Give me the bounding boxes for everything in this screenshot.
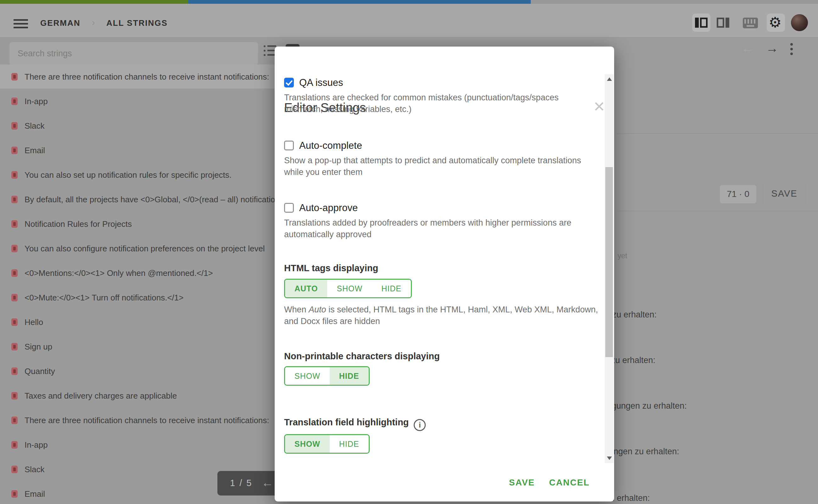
avatar[interactable] — [791, 14, 808, 31]
segment-option-show[interactable]: SHOW — [285, 367, 330, 385]
checkbox-unchecked-icon[interactable] — [284, 141, 294, 150]
scrollbar-thumb[interactable] — [605, 167, 613, 357]
untranslated-status-icon — [11, 417, 18, 424]
untranslated-status-icon — [11, 466, 18, 473]
breadcrumb-section[interactable]: ALL STRINGS — [106, 18, 168, 28]
gear-icon[interactable]: ⚙ — [769, 15, 782, 30]
scroll-down-icon[interactable] — [607, 456, 612, 460]
untranslated-status-icon — [11, 367, 18, 375]
hamburger-menu-icon[interactable] — [14, 19, 28, 29]
string-list-item[interactable]: <0>Mute:</0><1> Turn off notifications.<… — [0, 285, 316, 310]
segmented-control: SHOWHIDE — [284, 434, 370, 454]
checkbox-row[interactable]: Auto-approve — [284, 202, 599, 215]
string-text: Taxes and delivery charges are applicabl… — [25, 391, 177, 401]
string-text: You can also configure notification pref… — [25, 244, 265, 254]
untranslated-status-icon — [11, 147, 18, 154]
modal-cancel-button[interactable]: CANCEL — [549, 478, 590, 488]
string-list-item[interactable]: You can also configure notification pref… — [0, 236, 316, 261]
string-text: There are three notification channels to… — [25, 416, 269, 425]
string-list-item[interactable]: Notification Rules for Projects — [0, 212, 316, 236]
string-text: Quantity — [25, 367, 55, 376]
string-list-item[interactable]: In-app — [0, 433, 316, 457]
untranslated-status-icon — [11, 220, 18, 228]
string-list-item[interactable]: Email — [0, 138, 316, 163]
modal-scrollbar[interactable] — [605, 74, 613, 463]
untranslated-status-icon — [11, 490, 18, 498]
checkbox-label: QA issues — [299, 77, 343, 88]
info-icon[interactable]: i — [414, 419, 426, 431]
checkbox-unchecked-icon[interactable] — [284, 203, 294, 213]
checkbox-row[interactable]: QA issues — [284, 77, 599, 90]
string-text: By default, all the projects have <0>Glo… — [25, 195, 284, 204]
page-indicator: 1 / 5 — [230, 478, 252, 488]
untranslated-status-icon — [11, 392, 18, 400]
scroll-up-icon[interactable] — [607, 77, 612, 81]
section-description: When Auto is selected, HTML tags in the … — [284, 304, 599, 327]
string-list-item[interactable]: There are three notification channels to… — [0, 64, 316, 89]
string-text: Email — [25, 489, 45, 499]
string-list-item[interactable]: Sign up — [0, 334, 316, 359]
segment-option-show[interactable]: SHOW — [327, 280, 372, 297]
right-panel-layout-icon[interactable] — [717, 18, 729, 28]
string-list-item[interactable]: Quantity — [0, 359, 316, 384]
keyboard-shortcuts-icon[interactable] — [743, 18, 758, 28]
checkbox-row[interactable]: Auto-complete — [284, 140, 599, 153]
segment-option-auto[interactable]: AUTO — [285, 280, 327, 297]
string-text: You can also set up notification rules f… — [25, 170, 232, 180]
segmented-control: AUTOSHOWHIDE — [284, 279, 412, 298]
untranslated-status-icon — [11, 73, 18, 81]
segment-option-hide[interactable]: HIDE — [330, 435, 369, 453]
string-list-item[interactable]: You can also set up notification rules f… — [0, 163, 316, 187]
string-text: <0>Mute:</0><1> Turn off notifications.<… — [25, 293, 183, 303]
section-description: Translations are checked for common mist… — [284, 92, 599, 115]
string-text: There are three notification channels to… — [25, 72, 269, 82]
string-text: <0>Mentions:</0><1> Only when @mentioned… — [25, 268, 213, 278]
settings-section-auto-approve: Auto-approveTranslations added by proofr… — [284, 202, 599, 215]
segment-option-show[interactable]: SHOW — [285, 435, 330, 453]
left-panel-layout-icon[interactable] — [695, 18, 708, 28]
segment-option-hide[interactable]: HIDE — [372, 280, 411, 297]
untranslated-status-icon — [11, 171, 18, 179]
string-list-item[interactable]: <0>Mentions:</0><1> Only when @mentioned… — [0, 261, 316, 285]
progress-remaining-segment — [531, 0, 818, 4]
string-text: Slack — [25, 465, 45, 474]
checkbox-checked-icon[interactable] — [284, 78, 294, 87]
breadcrumb-language[interactable]: GERMAN — [40, 18, 81, 28]
search-input[interactable] — [9, 42, 258, 65]
string-list-item[interactable]: Slack — [0, 114, 316, 138]
previous-string-icon[interactable]: ← — [741, 42, 754, 54]
previous-page-icon[interactable]: ← — [261, 476, 273, 490]
untranslated-status-icon — [11, 294, 18, 301]
translation-progress-bar — [0, 0, 818, 4]
string-text: Email — [25, 146, 45, 155]
more-options-icon[interactable] — [790, 43, 793, 57]
string-list-item[interactable]: Hello — [0, 310, 316, 334]
untranslated-status-icon — [11, 98, 18, 105]
string-list-item[interactable]: Taxes and delivery charges are applicabl… — [0, 384, 316, 408]
string-list-item[interactable]: In-app — [0, 89, 316, 114]
progress-translated-segment — [0, 0, 188, 4]
next-string-icon[interactable]: → — [766, 42, 778, 54]
background-text-fragment: yet — [618, 252, 627, 260]
background-text-fragment: zu erhalten: — [611, 356, 655, 365]
translation-context-panel: ← → 71 · 0 SAVE — [617, 37, 818, 504]
string-text: Hello — [25, 317, 43, 327]
section-header: Non-printable characters displaying — [284, 351, 440, 361]
background-text-fragment: u erhalten: — [610, 493, 650, 503]
string-text: Notification Rules for Projects — [25, 219, 132, 229]
progress-approved-segment — [188, 0, 531, 4]
background-text-fragment: zu erhalten: — [612, 310, 657, 320]
top-bar: GERMAN › ALL STRINGS ⚙ — [0, 4, 818, 37]
string-list-item[interactable]: By default, all the projects have <0>Glo… — [0, 187, 316, 212]
string-text: In-app — [25, 440, 48, 450]
section-header: Translation field highlightingi — [284, 417, 426, 431]
editor-settings-modal: Editor Settings × QA issuesTranslations … — [275, 47, 614, 501]
segment-option-hide[interactable]: HIDE — [330, 367, 369, 385]
settings-section-qa-issues: QA issuesTranslations are checked for co… — [284, 77, 599, 90]
string-list-item[interactable]: There are three notification channels to… — [0, 408, 316, 433]
string-text: In-app — [25, 97, 48, 106]
checkbox-label: Auto-complete — [299, 140, 362, 151]
string-text: Sign up — [25, 342, 52, 352]
modal-save-button[interactable]: SAVE — [509, 478, 535, 488]
translation-save-button[interactable]: SAVE — [763, 182, 806, 205]
